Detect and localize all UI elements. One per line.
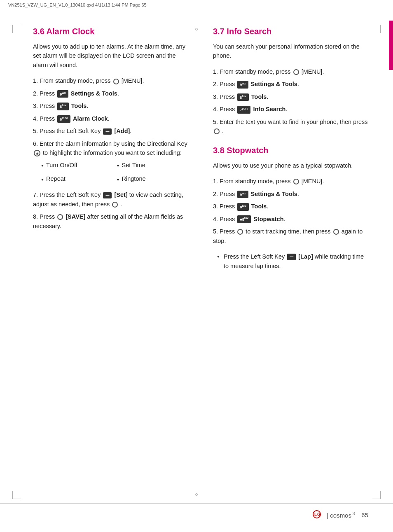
8key-icon-sw: 8tuv [237,203,249,211]
left-soft-key-icon: — [103,128,112,135]
info-step-2: 2. Press 9wx Settings & Tools. [213,79,368,89]
9key-icon: 9wx [57,90,68,98]
lg-logo-icon: LG [313,510,324,518]
step-text: Alarm Clock. [73,115,110,122]
circle-icon-sw5b [333,229,339,235]
corner-mark-tl [12,25,21,33]
alarm-step-5: 5. Press the Left Soft Key — [Add]. [33,126,188,135]
alarm-step-7: 7. Press the Left Soft Key — [Set] to vi… [33,190,188,209]
alarm-clock-description: Allows you to add up to ten alarms. At t… [33,42,188,70]
step-num: 3. Press [213,203,236,210]
circle-icon-2 [112,202,118,208]
corner-mark-tr [372,25,381,33]
info-search-title: 3.7 Info Search [213,27,368,36]
info-search-steps: 1. From standby mode, press [MENU]. 2. P… [213,67,368,136]
step-text: Stopwatch. [253,216,285,222]
sub-bullet-turnon: Turn On/Off [41,161,113,170]
stopwatch-bullets: Press the Left Soft Key — [Lap] while tr… [217,252,368,271]
corner-mark-br [372,491,381,499]
circle-icon-is1 [293,69,299,75]
sw-step-3: 3. Press 8tuv Tools. [213,202,368,211]
alarm-step-8: 8. Press [SAVE] after setting all of the… [33,212,188,231]
step-text: [MENU]. [302,68,324,75]
alarm-step-4: 4. Press 6mno Alarm Clock. [33,114,188,123]
8key-icon: 8tuv [57,103,69,110]
step-num: 1. From standby mode, press [213,178,292,184]
step-text: Info Search. [253,106,287,112]
step-text: Settings & Tools. [251,81,299,87]
9key-icon-sw: 9wx [237,191,248,198]
step-num: 6. Enter the alarm information by using … [33,140,187,147]
6key-icon: 6mno [57,115,70,123]
brand-text: | cosmos·3 [327,511,355,519]
step-text: Tools. [251,93,269,100]
stopwatch-section: 3.8 Stopwatch Allows you to use your pho… [213,146,368,271]
info-step-3: 3. Press 8tuv Tools. [213,92,368,101]
stopwatch-title: 3.8 Stopwatch [213,146,368,155]
corner-dot-bc [195,493,198,496]
nav-key-icon: ◈ [34,150,40,156]
corner-mark-bl [12,491,21,499]
sw-step-4: 4. Press ■8tuv Stopwatch. [213,215,368,224]
step-text: [Add]. [114,128,131,134]
header-text: VN251S_VZW_UG_EN_V1.0_130410.qxd 4/11/13… [8,2,147,7]
sw-step-2: 2. Press 9wx Settings & Tools. [213,189,368,198]
left-soft-key-icon-2: — [103,192,112,199]
alarm-step-2: 2. Press 9wx Settings & Tools. [33,89,188,98]
step-num: 8. Press [33,213,56,220]
7key-icon-is: 7pqrs [237,106,250,114]
alarm-step-3: 3. Press 8tuv Tools. [33,101,188,110]
step-text: Tools. [71,103,89,109]
page-footer: LG | cosmos·3 65 [0,503,393,520]
stopwatch-steps: 1. From standby mode, press [MENU]. 2. P… [213,177,368,245]
alarm-clock-steps: 1. From standby mode, press [MENU]. 2. P… [33,76,188,231]
step-text: [MENU]. [122,77,144,84]
info-step-4: 4. Press 7pqrs Info Search. [213,105,368,114]
step-text: Settings & Tools. [71,90,119,97]
alarm-step-6: 6. Enter the alarm information by using … [33,139,188,187]
bullet-text: Press the Left Soft Key [224,253,286,260]
sub-bullet-ringtone: Ringtone [117,175,189,184]
corner-dot-tc [195,28,198,30]
footer-brand: LG | cosmos·3 65 [313,510,368,520]
right-column: 3.7 Info Search You can search your pers… [213,27,368,274]
sub-bullet-settime: Set Time [117,161,189,170]
pink-accent-bar [389,21,393,70]
sw-step-1: 1. From standby mode, press [MENU]. [213,177,368,186]
step-num: 3. Press [33,103,56,109]
8bkey-icon-sw: ■8tuv [237,215,251,223]
step-num: 1. From standby mode, press [33,77,112,84]
svg-text:LG: LG [314,512,321,517]
sw-bullet-lap: Press the Left Soft Key — [Lap] while tr… [217,252,368,271]
step-text: to highlight the information you want to… [43,149,182,156]
8key-icon-is: 8tuv [237,93,249,101]
alarm-clock-title: 3.6 Alarm Clock [33,27,188,36]
step-num: 4. Press [33,115,56,122]
step-text: to start tracking time, then press [246,228,332,235]
step-text: . [222,128,224,134]
step-num: 5. Press the Left Soft Key [33,128,102,134]
left-column: 3.6 Alarm Clock Allows you to add up to … [33,27,188,274]
sw-step-5: 5. Press to start tracking time, then pr… [213,227,368,245]
step-num: 2. Press [213,81,236,87]
step-text: [MENU]. [302,178,324,184]
menu-circle-icon [113,79,119,84]
step-num: 4. Press [213,106,236,112]
step-num: 2. Press [33,90,56,97]
step-text-end: . [120,201,122,208]
info-step-5: 5. Enter the text you want to find in yo… [213,117,368,136]
info-search-description: You can search your personal information… [213,42,368,61]
step-num: 2. Press [213,191,236,197]
main-content: 3.6 Alarm Clock Allows you to add up to … [0,10,393,299]
alarm-step-1: 1. From standby mode, press [MENU]. [33,76,188,85]
stopwatch-description: Allows you to use your phone as a typica… [213,161,368,170]
step-num: 7. Press the Left Soft Key [33,191,102,198]
page-number: 65 [361,511,368,518]
circle-icon-sw1 [293,179,299,184]
info-step-1: 1. From standby mode, press [MENU]. [213,67,368,76]
9key-icon-is: 9wx [237,81,248,89]
step-num: 4. Press [213,216,236,222]
step-num: 5. Press [213,228,236,235]
circle-icon-is5 [214,128,220,134]
header-bar: VN251S_VZW_UG_EN_V1.0_130410.qxd 4/11/13… [0,0,393,10]
